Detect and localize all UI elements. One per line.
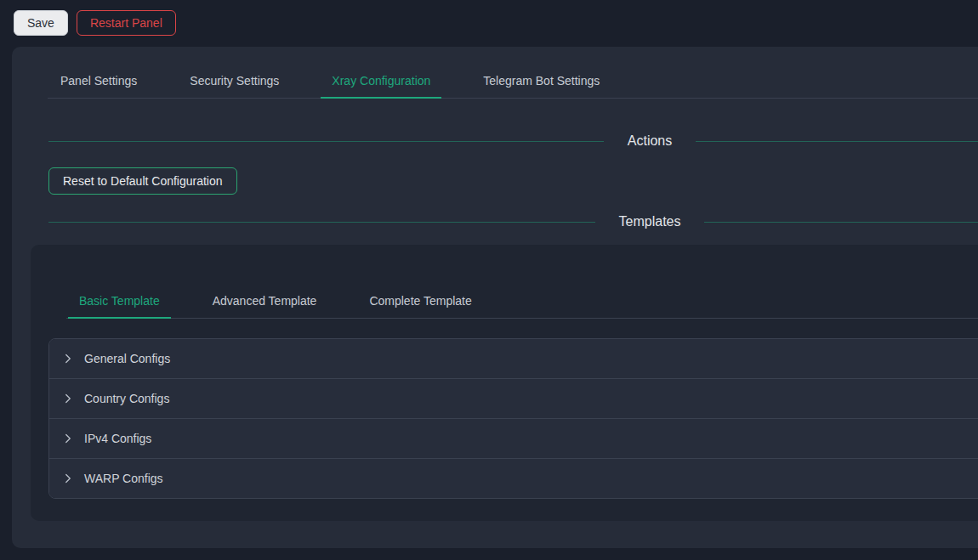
actions-divider: Actions	[48, 133, 978, 149]
divider-line-right	[704, 222, 978, 223]
tab-panel-settings[interactable]: Panel Settings	[48, 64, 150, 98]
chevron-right-icon	[63, 433, 73, 444]
collapse-ipv4-configs[interactable]: IPv4 Configs	[49, 419, 978, 459]
tab-xray-configuration[interactable]: Xray Configuration	[319, 64, 443, 98]
chevron-right-icon	[63, 473, 73, 484]
tab-security-settings[interactable]: Security Settings	[177, 64, 292, 98]
divider-line-left	[48, 222, 595, 223]
collapse-label: General Configs	[84, 352, 170, 365]
collapse-label: IPv4 Configs	[84, 432, 151, 445]
restart-panel-button[interactable]: Restart Panel	[77, 10, 176, 36]
divider-line-right	[696, 141, 978, 142]
collapse-general-configs[interactable]: General Configs	[49, 339, 978, 379]
divider-line-left	[48, 141, 604, 142]
save-button[interactable]: Save	[14, 10, 68, 36]
actions-divider-label: Actions	[604, 133, 696, 149]
templates-divider: Templates	[48, 214, 978, 229]
collapse-label: WARP Configs	[84, 472, 163, 485]
chevron-right-icon	[63, 393, 73, 404]
collapse-warp-configs[interactable]: WARP Configs	[49, 459, 978, 498]
chevron-right-icon	[63, 354, 73, 364]
reset-default-config-button[interactable]: Reset to Default Configuration	[48, 167, 237, 195]
templates-card: Basic Template Advanced Template Complet…	[31, 245, 978, 521]
tab-complete-template[interactable]: Complete Template	[356, 284, 484, 318]
toolbar: Save Restart Panel	[14, 10, 176, 36]
template-collapse: General Configs Country Configs IPv4 Con…	[48, 338, 978, 499]
tab-advanced-template[interactable]: Advanced Template	[200, 284, 330, 318]
template-tabs: Basic Template Advanced Template Complet…	[66, 284, 978, 319]
collapse-label: Country Configs	[84, 392, 169, 405]
templates-divider-label: Templates	[595, 214, 705, 229]
collapse-country-configs[interactable]: Country Configs	[49, 379, 978, 419]
settings-tabs: Panel Settings Security Settings Xray Co…	[48, 64, 978, 99]
tab-telegram-bot-settings[interactable]: Telegram Bot Settings	[470, 64, 612, 98]
tab-basic-template[interactable]: Basic Template	[66, 284, 173, 318]
settings-card: Panel Settings Security Settings Xray Co…	[12, 47, 978, 548]
